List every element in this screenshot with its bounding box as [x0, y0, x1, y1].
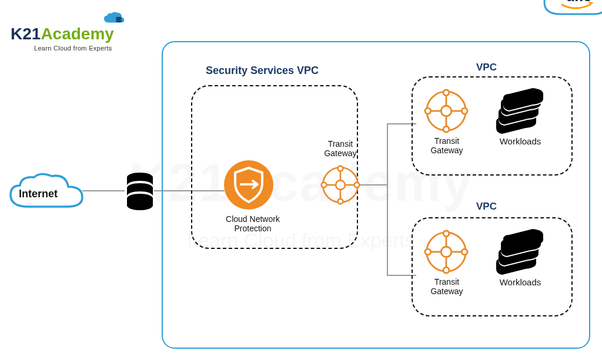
- k21academy-logo: K21Academy Learn Cloud from Experts: [11, 11, 126, 52]
- vpc1-transit-gateway-icon: [423, 88, 469, 134]
- security-vpc-title: Security Services VPC: [206, 65, 319, 77]
- svg-point-42: [443, 267, 449, 273]
- svg-point-23: [322, 183, 327, 188]
- vpc2-workloads-icon: [494, 229, 547, 275]
- internet-label: Internet: [19, 188, 58, 200]
- vpc2-transit-gateway-label: Transit Gateway: [423, 277, 470, 296]
- aws-text: aws: [567, 0, 591, 4]
- svg-point-33: [425, 108, 431, 114]
- svg-point-41: [443, 231, 449, 237]
- svg-point-31: [443, 90, 449, 96]
- database-icon: [125, 172, 155, 211]
- connector-internet-db: [82, 190, 125, 191]
- aws-cloud-badge: aws: [540, 0, 602, 26]
- cloud-network-protection-label: Cloud Network Protection: [218, 214, 288, 233]
- svg-point-34: [461, 108, 467, 114]
- cloud-network-protection-icon: [222, 159, 275, 211]
- svg-point-43: [425, 249, 431, 255]
- svg-point-32: [443, 126, 449, 132]
- vpc1-title: VPC: [476, 62, 497, 73]
- transit-gateway-main-icon: [320, 164, 361, 205]
- vpc2-title: VPC: [476, 201, 497, 213]
- svg-point-21: [338, 166, 343, 171]
- vpc2-transit-gateway-icon: [423, 229, 469, 275]
- vpc1-transit-gateway-label: Transit Gateway: [423, 136, 470, 155]
- logo-tagline: Learn Cloud from Experts: [34, 45, 126, 52]
- transit-gateway-main-label: Transit Gateway: [320, 139, 361, 158]
- svg-point-44: [461, 249, 467, 255]
- vpc2-workloads-label: Workloads: [497, 277, 544, 287]
- vpc1-workloads-icon: [494, 88, 547, 134]
- svg-point-4: [116, 19, 121, 21]
- svg-point-13: [127, 201, 153, 210]
- vpc1-workloads-label: Workloads: [497, 136, 544, 146]
- logo-text-academy: Academy: [41, 25, 114, 43]
- svg-point-24: [354, 183, 360, 188]
- svg-point-22: [338, 199, 343, 204]
- logo-text-k21: K21: [11, 25, 41, 43]
